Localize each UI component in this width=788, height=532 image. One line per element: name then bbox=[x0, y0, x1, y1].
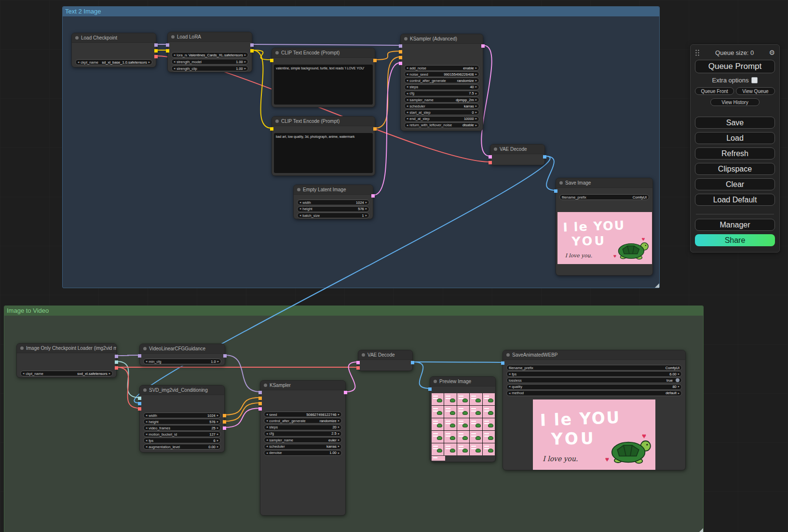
output-slot-conditioning[interactable] bbox=[373, 127, 377, 131]
output-slot-conditioning[interactable] bbox=[223, 420, 226, 424]
output-slot-vae[interactable] bbox=[154, 55, 158, 58]
decrement-arrow-icon[interactable]: ◂ bbox=[407, 117, 408, 120]
widget-filename-prefix[interactable]: filename_prefixComfyUI bbox=[506, 365, 682, 371]
node-load-checkpoint[interactable]: Load Checkpoint◂ckpt_namesd_xl_base_1.0.… bbox=[71, 33, 156, 67]
widget-noise-seed[interactable]: ◂noise_seed990155496226406▸ bbox=[404, 71, 479, 77]
decrement-arrow-icon[interactable]: ◂ bbox=[146, 426, 147, 430]
node-save-webp[interactable]: SaveAnimatedWEBPfilename_prefixComfyUI◂f… bbox=[503, 350, 686, 470]
node-clip-pos[interactable]: CLIP Text Encode (Prompt)valentine, simp… bbox=[272, 48, 375, 107]
widget-quality[interactable]: ◂quality80▸ bbox=[506, 384, 682, 390]
input-slot-clip[interactable] bbox=[270, 59, 273, 62]
collapse-dot-icon[interactable] bbox=[297, 188, 300, 191]
output-slot-clip[interactable] bbox=[250, 49, 254, 53]
increment-arrow-icon[interactable]: ▸ bbox=[476, 105, 477, 108]
widget-scheduler[interactable]: ◂schedulerkarras▸ bbox=[404, 103, 479, 109]
decrement-arrow-icon[interactable]: ◂ bbox=[266, 452, 268, 455]
input-slot-vae[interactable] bbox=[356, 366, 360, 370]
collapse-dot-icon[interactable] bbox=[275, 51, 279, 54]
decrement-arrow-icon[interactable]: ◂ bbox=[407, 98, 408, 102]
decrement-arrow-icon[interactable]: ◂ bbox=[407, 92, 408, 95]
increment-arrow-icon[interactable]: ▸ bbox=[476, 117, 477, 120]
node-vae-decode-b[interactable]: VAE Decode bbox=[358, 350, 413, 371]
decrement-arrow-icon[interactable]: ◂ bbox=[509, 372, 510, 376]
increment-arrow-icon[interactable]: ▸ bbox=[338, 445, 340, 448]
clear-button[interactable]: Clear bbox=[695, 178, 775, 190]
decrement-arrow-icon[interactable]: ◂ bbox=[266, 445, 268, 448]
collapse-dot-icon[interactable] bbox=[506, 353, 510, 357]
widget-add-noise[interactable]: ◂add_noiseenable▸ bbox=[404, 65, 479, 71]
input-slot-latent[interactable] bbox=[258, 407, 262, 411]
increment-arrow-icon[interactable]: ▸ bbox=[476, 79, 477, 82]
output-slot-model[interactable] bbox=[154, 43, 158, 47]
output-slot-clip[interactable] bbox=[154, 49, 158, 53]
decrement-arrow-icon[interactable]: ◂ bbox=[407, 105, 408, 108]
increment-arrow-icon[interactable]: ▸ bbox=[217, 439, 218, 442]
increment-arrow-icon[interactable]: ▸ bbox=[338, 439, 340, 442]
collapse-dot-icon[interactable] bbox=[143, 347, 147, 350]
widget-fps[interactable]: ◂fps6▸ bbox=[143, 438, 221, 443]
group-title-text-2-image[interactable]: Text 2 Image bbox=[63, 7, 659, 16]
prompt-textarea[interactable]: bad art, low quality, 3d, photograph, an… bbox=[274, 133, 373, 173]
increment-arrow-icon[interactable]: ▸ bbox=[217, 433, 218, 436]
output-slot-latent[interactable] bbox=[223, 426, 226, 430]
clipspace-button[interactable]: Clipspace bbox=[695, 163, 775, 175]
widget-return-with-leftover-noise[interactable]: ◂return_with_leftover_noisedisable▸ bbox=[404, 122, 479, 128]
refresh-button[interactable]: Refresh bbox=[695, 147, 775, 160]
widget-width[interactable]: ◂width1024▸ bbox=[297, 200, 369, 205]
output-slot-image[interactable] bbox=[543, 155, 546, 159]
widget-width[interactable]: ◂width1024▸ bbox=[143, 412, 221, 418]
toggle-knob[interactable] bbox=[676, 378, 679, 382]
view-queue-button[interactable]: View Queue bbox=[736, 87, 775, 95]
increment-arrow-icon[interactable]: ▸ bbox=[476, 98, 477, 102]
node-svd-cond[interactable]: SVD_img2vid_Conditioning◂width1024▸◂heig… bbox=[139, 385, 225, 452]
increment-arrow-icon[interactable]: ▸ bbox=[476, 66, 477, 70]
increment-arrow-icon[interactable]: ▸ bbox=[366, 201, 367, 204]
increment-arrow-icon[interactable]: ▸ bbox=[338, 413, 340, 416]
decrement-arrow-icon[interactable]: ◂ bbox=[78, 61, 79, 64]
decrement-arrow-icon[interactable]: ◂ bbox=[146, 420, 147, 424]
increment-arrow-icon[interactable]: ▸ bbox=[217, 360, 219, 363]
input-slot-image[interactable] bbox=[138, 402, 141, 405]
node-empty-latent[interactable]: Empty Latent Image◂width1024▸◂height576▸… bbox=[293, 185, 373, 219]
decrement-arrow-icon[interactable]: ◂ bbox=[146, 414, 147, 417]
decrement-arrow-icon[interactable]: ◂ bbox=[174, 60, 175, 64]
decrement-arrow-icon[interactable]: ◂ bbox=[23, 372, 24, 375]
widget-denoise[interactable]: ◂denoise1.00▸ bbox=[264, 450, 342, 456]
decrement-arrow-icon[interactable]: ◂ bbox=[266, 426, 268, 429]
increment-arrow-icon[interactable]: ▸ bbox=[338, 452, 340, 455]
widget-ckpt-name[interactable]: ◂ckpt_namesvd_xt.safetensors▸ bbox=[20, 371, 113, 376]
group-title-image-to-video[interactable]: Image to Video bbox=[4, 306, 703, 316]
input-slot-vae[interactable] bbox=[489, 161, 492, 164]
input-slot-clip_vision[interactable] bbox=[138, 397, 141, 400]
widget-motion-bucket-id[interactable]: ◂motion_bucket_id127▸ bbox=[143, 431, 221, 437]
input-slot-latent[interactable] bbox=[399, 62, 402, 65]
input-slot-latent[interactable] bbox=[489, 155, 492, 159]
prompt-textarea[interactable]: valentine, simple background, turtle, te… bbox=[274, 65, 373, 105]
queue-prompt-button[interactable]: Queue Prompt bbox=[695, 60, 775, 73]
increment-arrow-icon[interactable]: ▸ bbox=[149, 61, 150, 64]
output-slot-latent[interactable] bbox=[344, 391, 347, 394]
node-save-image[interactable]: Save Imagefilename_prefixComfyUI I le YO… bbox=[556, 178, 653, 276]
input-slot-model[interactable] bbox=[166, 43, 169, 47]
widget-batch-size[interactable]: ◂batch_size1▸ bbox=[297, 213, 369, 218]
group-resize-handle[interactable] bbox=[655, 283, 659, 288]
widget-control-after-generate[interactable]: ◂control_after_generaterandomize▸ bbox=[264, 418, 342, 424]
input-slot-clip[interactable] bbox=[166, 49, 169, 53]
increment-arrow-icon[interactable]: ▸ bbox=[678, 372, 679, 376]
widget-lora-na[interactable]: ◂lora_naValentines_Cards_XL.safetensors▸ bbox=[171, 52, 248, 58]
increment-arrow-icon[interactable]: ▸ bbox=[245, 53, 246, 57]
widget-strength-model[interactable]: ◂strength_model1.00▸ bbox=[171, 59, 248, 65]
input-slot-conditioning[interactable] bbox=[258, 397, 262, 400]
share-button[interactable]: Share bbox=[695, 234, 775, 246]
decrement-arrow-icon[interactable]: ◂ bbox=[299, 207, 301, 211]
widget-strength-clip[interactable]: ◂strength_clip1.00▸ bbox=[171, 66, 248, 71]
collapse-dot-icon[interactable] bbox=[20, 346, 24, 350]
collapse-dot-icon[interactable] bbox=[143, 388, 147, 392]
collapse-dot-icon[interactable] bbox=[275, 120, 279, 123]
decrement-arrow-icon[interactable]: ◂ bbox=[174, 67, 175, 70]
widget-filename-prefix[interactable]: filename_prefixComfyUI bbox=[559, 194, 649, 200]
widget-lossless[interactable]: losslesstrue bbox=[506, 377, 682, 383]
increment-arrow-icon[interactable]: ▸ bbox=[338, 432, 340, 436]
decrement-arrow-icon[interactable]: ◂ bbox=[146, 360, 147, 363]
widget-cfg[interactable]: ◂cfg2.5▸ bbox=[264, 431, 342, 437]
